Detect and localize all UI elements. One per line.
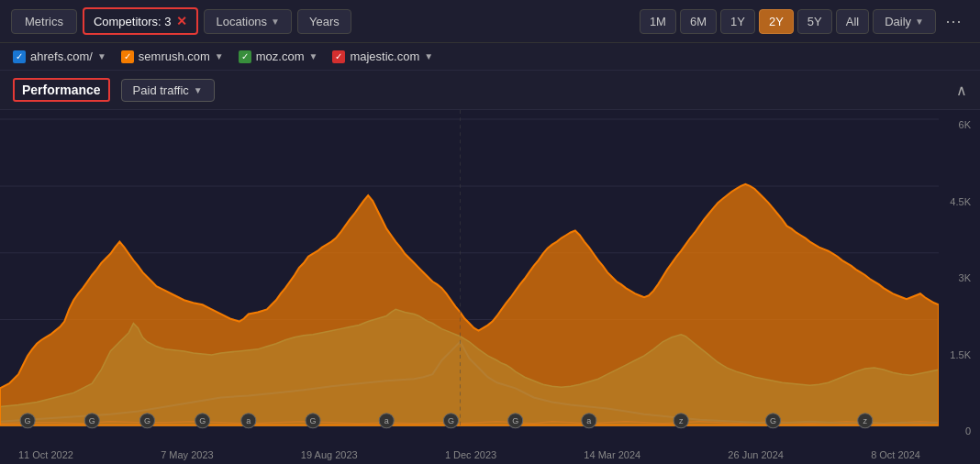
marker-g3-label: G — [144, 416, 150, 425]
x-label-aug23: 19 Aug 2023 — [301, 449, 358, 460]
daily-chevron-icon: ▼ — [915, 17, 924, 27]
semrush-name: semrush.com — [139, 50, 210, 63]
marker-g7-label: G — [512, 416, 518, 425]
semrush-chevron-icon: ▼ — [215, 51, 224, 61]
locations-tab[interactable]: Locations ▼ — [204, 9, 292, 34]
marker-g1-label: G — [25, 416, 31, 425]
chart-svg: G G G G a G a G G a z G z — [0, 110, 939, 444]
y-label-3k: 3K — [959, 272, 971, 283]
majestic-name: majestic.com — [350, 50, 419, 63]
chart-area: 6K 4.5K 3K 1.5K 0 G G — [0, 110, 980, 464]
paid-traffic-dropdown[interactable]: Paid traffic ▼ — [121, 79, 215, 102]
collapse-button[interactable]: ∧ — [956, 82, 967, 99]
competitor-ahrefs[interactable]: ✓ ahrefs.com/ ▼ — [13, 50, 106, 63]
paid-traffic-chevron-icon: ▼ — [194, 85, 203, 95]
time-all-button[interactable]: All — [836, 9, 869, 34]
x-label-jun24: 26 Jun 2024 — [728, 449, 784, 460]
competitors-bar: ✓ ahrefs.com/ ▼ ✓ semrush.com ▼ ✓ moz.co… — [0, 43, 980, 71]
competitors-close-icon[interactable]: ✕ — [176, 14, 187, 28]
x-label-oct22: 11 Oct 2022 — [18, 449, 73, 460]
x-label-mar24: 14 Mar 2024 — [584, 449, 640, 460]
y-label-4-5k: 4.5K — [950, 196, 971, 207]
marker-z2-label: z — [863, 416, 868, 425]
main-toolbar: Metrics Competitors: 3 ✕ Locations ▼ Yea… — [0, 0, 980, 43]
locations-label: Locations — [216, 15, 267, 28]
marker-g4-label: G — [199, 416, 206, 425]
more-options-button[interactable]: ⋯ — [940, 9, 969, 33]
marker-g8-label: G — [770, 416, 776, 425]
y-label-0: 0 — [965, 425, 971, 436]
chart-canvas: G G G G a G a G G a z G z — [0, 110, 939, 444]
toolbar-right: 1M 6M 1Y 2Y 5Y All Daily ▼ ⋯ — [640, 9, 969, 34]
x-axis: 11 Oct 2022 7 May 2023 19 Aug 2023 1 Dec… — [0, 446, 939, 464]
moz-name: moz.com — [256, 50, 305, 63]
moz-checkbox[interactable]: ✓ — [239, 50, 251, 63]
majestic-chevron-icon: ▼ — [424, 51, 433, 61]
ahrefs-chevron-icon: ▼ — [97, 51, 106, 61]
time-2y-button[interactable]: 2Y — [759, 9, 794, 34]
y-label-6k: 6K — [959, 119, 971, 130]
years-tab[interactable]: Years — [297, 9, 351, 34]
daily-dropdown[interactable]: Daily ▼ — [873, 9, 936, 34]
toolbar-left: Metrics Competitors: 3 ✕ Locations ▼ Yea… — [11, 7, 634, 35]
locations-chevron-icon: ▼ — [271, 17, 280, 27]
years-label: Years — [309, 15, 340, 28]
majestic-checkbox[interactable]: ✓ — [332, 50, 345, 63]
metrics-tab[interactable]: Metrics — [11, 9, 77, 34]
semrush-area — [0, 184, 939, 425]
y-label-1-5k: 1.5K — [950, 349, 971, 360]
time-1y-button[interactable]: 1Y — [720, 9, 755, 34]
x-label-oct24: 8 Oct 2024 — [871, 449, 920, 460]
competitor-semrush[interactable]: ✓ semrush.com ▼ — [121, 50, 224, 63]
paid-traffic-label: Paid traffic — [133, 83, 189, 97]
time-5y-button[interactable]: 5Y — [797, 9, 832, 34]
x-label-may23: 7 May 2023 — [161, 449, 213, 460]
moz-chevron-icon: ▼ — [309, 51, 318, 61]
ahrefs-checkbox[interactable]: ✓ — [13, 50, 26, 63]
x-label-dec23: 1 Dec 2023 — [445, 449, 496, 460]
time-6m-button[interactable]: 6M — [680, 9, 717, 34]
y-axis: 6K 4.5K 3K 1.5K 0 — [939, 110, 971, 446]
marker-g5-label: G — [309, 416, 316, 425]
marker-g2-label: G — [89, 416, 95, 425]
performance-label: Performance — [13, 78, 110, 102]
marker-z1-label: z — [679, 416, 684, 425]
time-1m-button[interactable]: 1M — [640, 9, 676, 34]
competitors-tab[interactable]: Competitors: 3 ✕ — [83, 7, 199, 35]
daily-label: Daily — [885, 15, 911, 28]
semrush-checkbox[interactable]: ✓ — [121, 50, 134, 63]
competitors-label: Competitors: 3 — [94, 15, 172, 28]
competitor-majestic[interactable]: ✓ majestic.com ▼ — [332, 50, 433, 63]
ahrefs-name: ahrefs.com/ — [30, 50, 93, 63]
performance-bar: Performance Paid traffic ▼ ∧ — [0, 71, 980, 110]
competitor-moz[interactable]: ✓ moz.com ▼ — [239, 50, 318, 63]
marker-g6-label: G — [448, 416, 454, 425]
